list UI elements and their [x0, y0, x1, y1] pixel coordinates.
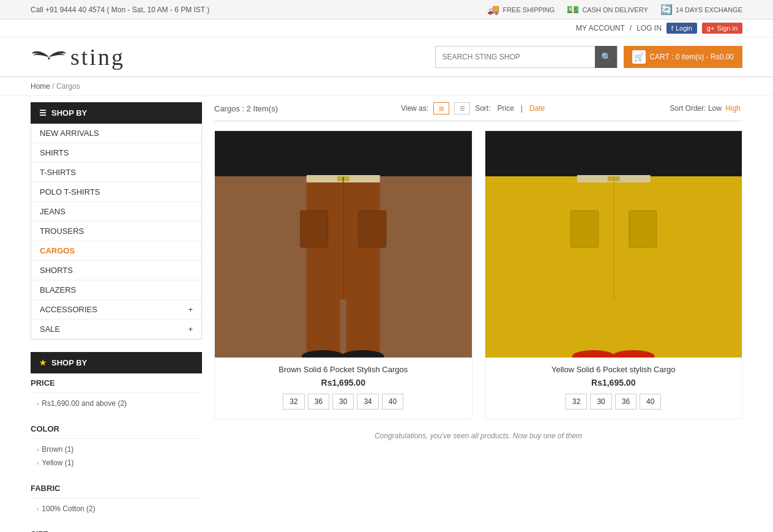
- grid-view-button[interactable]: ⊞: [433, 102, 449, 114]
- product-area: Cargos : 2 Item(s) View as: ⊞ ☰ Sort: Pr…: [214, 102, 742, 532]
- color-filter-yellow[interactable]: › Yellow (1): [31, 456, 202, 470]
- exchange-feature: 🔄 14 DAYS EXCHANGE: [660, 4, 742, 15]
- size-40-yellow[interactable]: 40: [640, 394, 661, 410]
- color-yellow-label: Yellow (1): [42, 459, 73, 467]
- sale-plus: +: [188, 324, 193, 334]
- search-box[interactable]: 🔍: [435, 46, 618, 68]
- sidebar: ☰ SHOP BY NEW ARRIVALS SHIRTS T-SHIRTS P…: [31, 102, 202, 532]
- product-toolbar: Cargos : 2 Item(s) View as: ⊞ ☰ Sort: Pr…: [214, 102, 742, 121]
- arrow-icon: ›: [37, 400, 39, 407]
- facebook-login-button[interactable]: f Login: [667, 23, 697, 34]
- cart-icon: 🛒: [632, 50, 646, 64]
- size-30-brown[interactable]: 30: [332, 394, 354, 410]
- price-filter-title: PRICE: [31, 373, 202, 393]
- sort-order: Sort Order: Low High: [670, 104, 742, 113]
- featured-shop-by-header: ★ SHOP BY: [31, 352, 202, 373]
- logo[interactable]: sting: [31, 43, 125, 70]
- free-shipping-label: FREE SHIPPING: [502, 6, 555, 13]
- brown-cargo-image: [215, 131, 472, 358]
- featured-label: SHOP BY: [51, 358, 87, 367]
- sort-high-link[interactable]: High: [725, 104, 741, 113]
- sale-label: SALE: [40, 324, 60, 334]
- svg-rect-6: [307, 296, 340, 358]
- color-filter-title: COLOR: [31, 419, 202, 439]
- separator: /: [630, 24, 632, 32]
- brown-cargo-price: Rs1,695.00: [215, 378, 472, 388]
- cod-label: CASH ON DELIVERY: [582, 6, 648, 13]
- breadcrumb-home[interactable]: Home: [31, 82, 50, 91]
- shipping-icon: 🚚: [487, 4, 499, 15]
- breadcrumb-current: Cargos: [56, 82, 80, 91]
- fabric-filter: FABRIC › 100% Cotton (2): [31, 479, 202, 515]
- sidebar-item-shirts[interactable]: SHIRTS: [31, 143, 201, 163]
- svg-rect-11: [583, 131, 644, 180]
- sort-separator: |: [521, 104, 523, 113]
- size-30-yellow[interactable]: 30: [590, 394, 611, 410]
- login-link[interactable]: LOG IN: [637, 24, 662, 32]
- color-filter: COLOR › Brown (1) › Yellow (1): [31, 419, 202, 470]
- my-account-link[interactable]: MY ACCOUNT: [576, 24, 625, 32]
- arrow-icon: ›: [37, 460, 39, 466]
- svg-rect-2: [301, 211, 328, 247]
- svg-rect-3: [359, 211, 386, 247]
- size-40-brown[interactable]: 40: [382, 394, 403, 410]
- accessories-plus: +: [188, 305, 193, 314]
- phone-text: Call +91 9444 40 4574 ( Mon - Sat, 10 AM…: [31, 6, 209, 14]
- exchange-label: 14 DAYS EXCHANGE: [676, 6, 742, 13]
- brown-cargo-svg: [215, 131, 472, 358]
- star-icon: ★: [39, 358, 47, 367]
- color-brown-label: Brown (1): [42, 445, 73, 454]
- top-features: 🚚 FREE SHIPPING 💵 CASH ON DELIVERY 🔄 14 …: [487, 4, 742, 15]
- arrow-icon: ›: [37, 446, 39, 453]
- product-card-yellow-cargo[interactable]: Yellow Solid 6 Pocket stylish Cargo Rs1,…: [485, 130, 743, 419]
- breadcrumb: Home / Cargos: [0, 77, 773, 96]
- list-view-button[interactable]: ☰: [454, 102, 470, 114]
- arrow-icon: ›: [37, 506, 39, 512]
- fb-icon: f: [671, 24, 673, 32]
- google-login-button[interactable]: g+ Sign in: [702, 23, 742, 34]
- view-controls: View as: ⊞ ☰ Sort: Price | Date: [401, 102, 547, 114]
- svg-rect-13: [570, 211, 598, 247]
- sidebar-item-new-arrivals[interactable]: NEW ARRIVALS: [31, 124, 201, 143]
- sidebar-item-accessories[interactable]: ACCESSORIES +: [31, 300, 201, 320]
- sidebar-item-trousers[interactable]: TROUSERS: [31, 222, 201, 241]
- product-card-brown-cargo[interactable]: Brown Solid 6 Pocket Stylish Cargos Rs1,…: [214, 130, 472, 419]
- sort-date-link[interactable]: Date: [529, 104, 545, 113]
- size-filter: SIZE › 30 (2): [31, 525, 202, 532]
- account-bar: MY ACCOUNT / LOG IN f Login g+ Sign in: [0, 20, 773, 37]
- sidebar-item-shorts[interactable]: SHORTS: [31, 261, 201, 280]
- top-bar: Call +91 9444 40 4574 ( Mon - Sat, 10 AM…: [0, 0, 773, 20]
- size-32-yellow[interactable]: 32: [566, 394, 587, 410]
- size-34-brown[interactable]: 34: [357, 394, 378, 410]
- sidebar-item-sale[interactable]: SALE +: [31, 320, 201, 339]
- color-filter-brown[interactable]: › Brown (1): [31, 443, 202, 456]
- phone-info: Call +91 9444 40 4574 ( Mon - Sat, 10 AM…: [31, 6, 209, 14]
- sidebar-item-polo-t-shirts[interactable]: POLO T-SHIRTS: [31, 182, 201, 202]
- svg-rect-14: [629, 211, 656, 247]
- search-input[interactable]: [436, 47, 595, 67]
- size-36-brown[interactable]: 36: [308, 394, 329, 410]
- yellow-cargo-image: [485, 131, 742, 358]
- svg-rect-7: [346, 296, 380, 358]
- brown-cargo-name: Brown Solid 6 Pocket Stylish Cargos: [215, 365, 472, 374]
- sort-price-link[interactable]: Price: [497, 104, 513, 113]
- size-36-yellow[interactable]: 36: [615, 394, 637, 410]
- sidebar-item-t-shirts[interactable]: T-SHIRTS: [31, 163, 201, 182]
- free-shipping-feature: 🚚 FREE SHIPPING: [487, 4, 555, 15]
- search-button[interactable]: 🔍: [595, 46, 617, 68]
- google-login-label: Sign in: [717, 24, 738, 32]
- header-right: 🔍 🛒 CART : 0 item(s) - Rs0.00: [435, 46, 742, 68]
- size-32-brown[interactable]: 32: [283, 394, 304, 410]
- cash-on-delivery-feature: 💵 CASH ON DELIVERY: [567, 4, 648, 15]
- sidebar-item-jeans[interactable]: JEANS: [31, 202, 201, 222]
- svg-rect-0: [313, 131, 374, 180]
- yellow-cargo-name: Yellow Solid 6 Pocket stylish Cargo: [485, 365, 742, 374]
- size-filter-title: SIZE: [31, 525, 202, 532]
- product-grid: Brown Solid 6 Pocket Stylish Cargos Rs1,…: [214, 130, 742, 419]
- fabric-filter-cotton[interactable]: › 100% Cotton (2): [31, 502, 202, 515]
- price-filter-item-0[interactable]: › Rs1,690.00 and above (2): [31, 397, 202, 410]
- cart-button[interactable]: 🛒 CART : 0 item(s) - Rs0.00: [624, 46, 742, 68]
- sidebar-item-cargos[interactable]: CARGOS: [31, 241, 201, 261]
- sidebar-item-blazers[interactable]: BLAZERS: [31, 280, 201, 300]
- google-icon: g+: [707, 24, 715, 32]
